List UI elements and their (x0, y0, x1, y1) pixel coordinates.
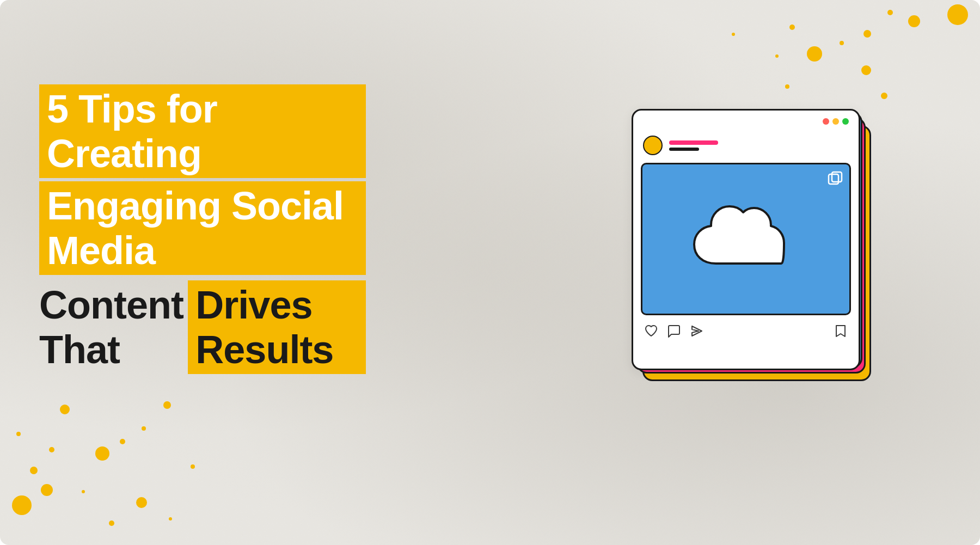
dot-yellow (832, 118, 839, 125)
headline-line3: Content That Drives Results (39, 278, 366, 376)
dot-decoration (16, 432, 21, 436)
svg-rect-0 (829, 174, 838, 184)
dot-decoration (12, 495, 32, 515)
dot-decoration (82, 490, 85, 493)
dot-decoration (109, 520, 114, 526)
dot-decoration (908, 15, 920, 27)
dot-decoration (881, 93, 887, 99)
card-user-info (669, 140, 849, 151)
dot-decoration (887, 10, 893, 15)
send-icon (690, 324, 704, 338)
dot-decoration (49, 447, 54, 452)
card-stack (632, 109, 882, 392)
dot-decoration (789, 25, 795, 30)
title-block: 5 Tips for Creating Engaging Social Medi… (39, 84, 366, 376)
subtitle-bar (669, 148, 699, 151)
dot-decoration (163, 401, 171, 409)
bookmark-icon (834, 324, 848, 338)
dot-decoration (30, 467, 38, 474)
dot-decoration (142, 426, 146, 431)
dot-decoration (95, 446, 109, 461)
cloud-icon (686, 201, 806, 277)
dot-decoration (191, 464, 195, 469)
dot-decoration (120, 439, 125, 444)
window-traffic-lights (823, 118, 849, 125)
dot-decoration (169, 517, 172, 520)
dot-decoration (947, 4, 968, 25)
dot-decoration (840, 41, 844, 45)
dot-green (842, 118, 849, 125)
card-actions (633, 315, 859, 344)
dot-decoration (863, 30, 871, 38)
dot-decoration (785, 84, 789, 89)
headline-plain-text: Content That (39, 283, 183, 372)
card-header (633, 128, 859, 163)
page-canvas: 5 Tips for Creating Engaging Social Medi… (0, 0, 980, 545)
headline-line2: Engaging Social Media (39, 181, 366, 275)
dot-decoration (60, 405, 70, 414)
svg-rect-1 (832, 172, 842, 182)
dot-decoration (136, 497, 147, 508)
avatar (643, 136, 663, 155)
social-media-illustration (632, 109, 904, 414)
card-image-area (641, 163, 851, 315)
copy-icon (828, 171, 843, 186)
dot-decoration (807, 46, 822, 62)
headline-bold-text: Drives Results (188, 280, 366, 374)
dot-red (823, 118, 829, 125)
dot-decoration (41, 484, 53, 496)
dot-decoration (861, 65, 871, 75)
heart-icon (644, 324, 658, 338)
headline-line1: 5 Tips for Creating (39, 84, 366, 178)
username-bar (669, 140, 718, 145)
dot-decoration (775, 54, 779, 58)
comment-icon (667, 324, 681, 338)
card-icons-left (644, 324, 704, 338)
dot-decoration (732, 33, 735, 36)
card-main (632, 109, 860, 370)
